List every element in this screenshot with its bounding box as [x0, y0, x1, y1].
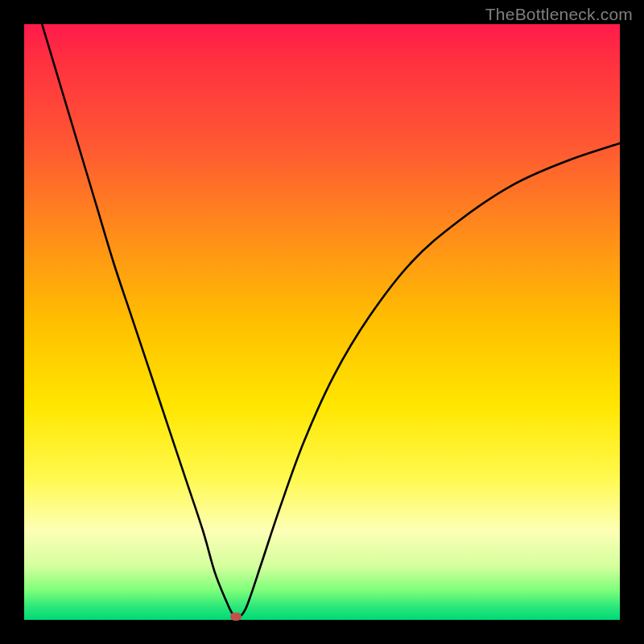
bottleneck-curve — [24, 24, 620, 620]
chart-frame: TheBottleneck.com — [0, 0, 644, 644]
plot-area — [24, 24, 620, 620]
optimum-marker — [230, 613, 242, 621]
watermark-text: TheBottleneck.com — [485, 5, 633, 24]
